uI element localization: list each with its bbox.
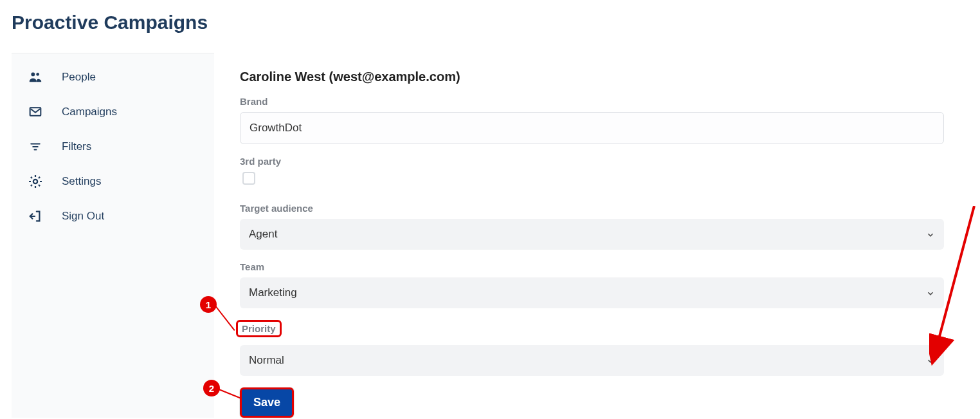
priority-select[interactable]: Normal [240,345,944,376]
sidebar-item-filters[interactable]: Filters [12,129,214,164]
sidebar-item-settings[interactable]: Settings [12,164,214,199]
svg-point-6 [33,180,37,183]
sidebar-item-people[interactable]: People [12,60,214,95]
sidebar-item-label: People [62,71,96,84]
gear-icon [27,173,44,190]
people-icon [27,69,44,86]
sidebar-item-label: Settings [62,175,101,188]
callout-1: 1 [200,296,217,313]
chevron-down-icon [926,356,935,365]
chevron-down-icon [926,288,935,297]
sidebar-item-label: Sign Out [62,210,104,223]
page-title: Proactive Campaigns [0,0,980,33]
sidebar-item-label: Campaigns [62,106,117,118]
main-content: Caroline West (west@example.com) Brand G… [214,53,980,418]
chevron-down-icon [926,230,935,239]
priority-label-highlight: Priority [236,320,282,337]
third-party-checkbox[interactable] [242,172,255,185]
third-party-label: 3rd party [240,156,954,167]
save-button[interactable]: Save [240,387,294,418]
sidebar: People Campaigns Filters Settings Sign O… [12,53,214,418]
priority-value: Normal [249,354,284,367]
signout-icon [27,208,44,225]
team-value: Marketing [249,286,297,299]
mail-icon [27,104,44,120]
target-audience-value: Agent [249,228,277,241]
callout-2: 2 [203,380,220,396]
brand-label: Brand [240,96,954,107]
priority-label: Priority [242,323,276,334]
team-select[interactable]: Marketing [240,277,944,308]
brand-input[interactable]: GrowthDot [240,112,944,144]
svg-point-1 [36,73,39,76]
svg-point-0 [31,72,35,76]
sidebar-item-signout[interactable]: Sign Out [12,199,214,234]
target-audience-select[interactable]: Agent [240,219,944,250]
sidebar-item-campaigns[interactable]: Campaigns [12,95,214,129]
target-audience-label: Target audience [240,203,954,214]
sidebar-item-label: Filters [62,140,91,153]
person-name: Caroline West (west@example.com) [240,70,954,84]
team-label: Team [240,261,954,272]
filter-icon [27,138,44,155]
